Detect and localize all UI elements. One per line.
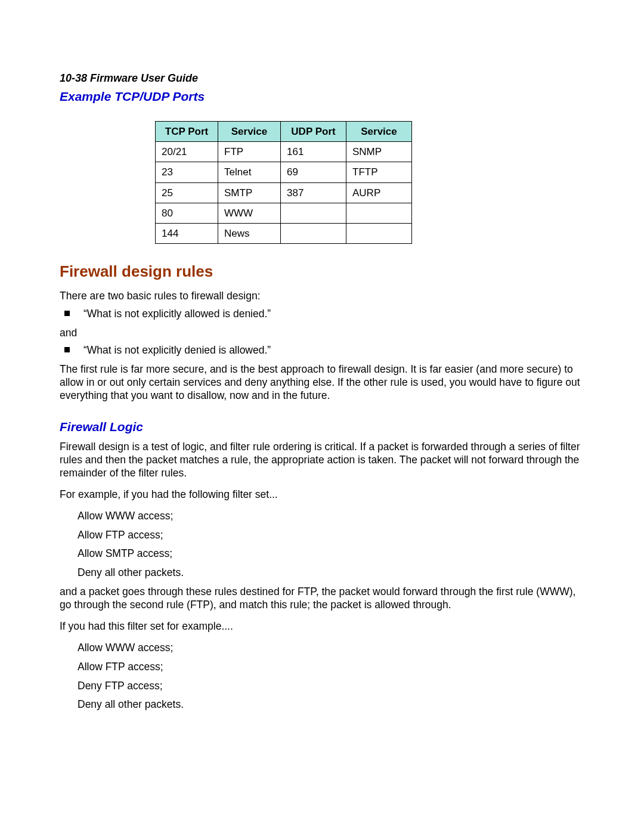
table-row: 20/21 FTP 161 SNMP — [156, 142, 412, 162]
paragraph: For example, if you had the following fi… — [60, 488, 587, 501]
paragraph: The first rule is far more secure, and i… — [60, 363, 587, 402]
list-item: “What is not explicitly denied is allowe… — [60, 344, 587, 357]
filter-line: Allow WWW access; — [60, 510, 587, 523]
heading-firewall-logic: Firewall Logic — [60, 419, 587, 435]
bullet-list: “What is not explicitly allowed is denie… — [60, 308, 587, 321]
cell: News — [218, 224, 281, 244]
ports-table: TCP Port Service UDP Port Service 20/21 … — [155, 121, 412, 244]
cell: SNMP — [346, 142, 412, 162]
cell — [346, 203, 412, 223]
cell: Telnet — [218, 162, 281, 182]
cell: TFTP — [346, 162, 412, 182]
th-udp-port: UDP Port — [281, 121, 346, 141]
cell: FTP — [218, 142, 281, 162]
cell: 69 — [281, 162, 346, 182]
filter-set-1: Allow WWW access; Allow FTP access; Allo… — [60, 510, 587, 580]
cell: 20/21 — [156, 142, 218, 162]
th-service-2: Service — [346, 121, 412, 141]
filter-line: Allow FTP access; — [60, 529, 587, 542]
paragraph: and a packet goes through these rules de… — [60, 586, 587, 612]
table-row: 80 WWW — [156, 203, 412, 223]
paragraph: Firewall design is a test of logic, and … — [60, 441, 587, 480]
cell: 161 — [281, 142, 346, 162]
cell: SMTP — [218, 182, 281, 203]
cell: 144 — [156, 224, 218, 244]
heading-example-ports: Example TCP/UDP Ports — [60, 89, 587, 104]
bullet-list: “What is not explicitly denied is allowe… — [60, 344, 587, 357]
table-row: 23 Telnet 69 TFTP — [156, 162, 412, 182]
cell: WWW — [218, 203, 281, 223]
cell: 23 — [156, 162, 218, 182]
paragraph: There are two basic rules to firewall de… — [60, 290, 587, 303]
cell — [281, 203, 346, 223]
cell: 80 — [156, 203, 218, 223]
filter-line: Deny all other packets. — [60, 698, 587, 711]
table-row: 25 SMTP 387 AURP — [156, 182, 412, 203]
cell: 387 — [281, 182, 346, 203]
cell — [346, 224, 412, 244]
cell: AURP — [346, 182, 412, 203]
filter-line: Allow SMTP access; — [60, 547, 587, 561]
list-item: “What is not explicitly allowed is denie… — [60, 308, 587, 321]
th-tcp-port: TCP Port — [156, 121, 218, 141]
filter-line: Deny FTP access; — [60, 680, 587, 693]
running-head: 10-38 Firmware User Guide — [60, 72, 587, 85]
paragraph: If you had this filter set for example..… — [60, 620, 587, 633]
paragraph: and — [60, 327, 587, 340]
table-row: 144 News — [156, 224, 412, 244]
heading-firewall-design-rules: Firewall design rules — [60, 262, 587, 281]
table-header-row: TCP Port Service UDP Port Service — [156, 121, 412, 141]
document-page: 10-38 Firmware User Guide Example TCP/UD… — [0, 0, 644, 833]
filter-line: Deny all other packets. — [60, 566, 587, 580]
filter-set-2: Allow WWW access; Allow FTP access; Deny… — [60, 642, 587, 712]
th-service-1: Service — [218, 121, 281, 141]
filter-line: Allow WWW access; — [60, 642, 587, 655]
filter-line: Allow FTP access; — [60, 661, 587, 674]
cell — [281, 224, 346, 244]
cell: 25 — [156, 182, 218, 203]
